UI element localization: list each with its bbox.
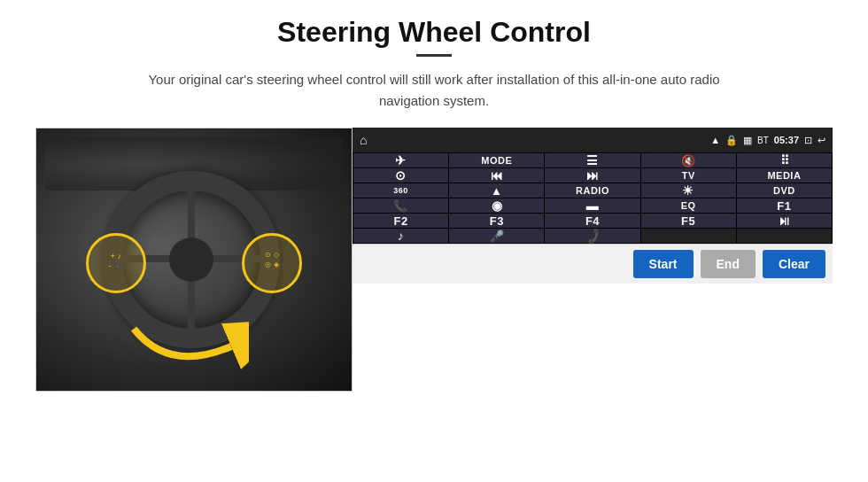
action-bar: Start End Clear (353, 244, 833, 284)
steering-wheel-image: + ♪- 📞 ⊙ ◇◎ ◈ (35, 128, 353, 392)
control-panel: ⌂ ▲ 🔒 ▦ BT 05:37 ⊡ ↩ ✈MODE☰🔇⠿⊙⏮⏭TVMEDIA3… (353, 128, 833, 284)
left-control-highlight: + ♪- 📞 (86, 233, 146, 293)
ctrl-btn-r4c4[interactable]: EQ (641, 198, 736, 213)
ctrl-btn-r5c4[interactable]: F5 (641, 214, 736, 228)
ctrl-btn-r3c5[interactable]: DVD (737, 183, 832, 198)
ctrl-btn-r6c2[interactable]: 🎤 (449, 229, 544, 243)
button-grid: ✈MODE☰🔇⠿⊙⏮⏭TVMEDIA360▲RADIO☀DVD📞◉▬EQF1F2… (353, 152, 833, 244)
clear-button[interactable]: Clear (763, 250, 825, 278)
ctrl-btn-r5c5[interactable]: ⏯ (737, 214, 832, 228)
start-button[interactable]: Start (633, 250, 694, 278)
home-icon[interactable]: ⌂ (360, 133, 367, 147)
status-bar: ⌂ ▲ 🔒 ▦ BT 05:37 ⊡ ↩ (353, 128, 833, 152)
ctrl-btn-r2c5[interactable]: MEDIA (737, 168, 832, 183)
ctrl-btn-r6c3[interactable]: 📞 (545, 229, 639, 243)
subtitle: Your original car's steering wheel contr… (124, 69, 744, 112)
ctrl-btn-r2c2[interactable]: ⏮ (449, 168, 544, 183)
sd-icon: ▦ (743, 135, 752, 146)
ctrl-btn-r1c5[interactable]: ⠿ (737, 153, 832, 167)
ctrl-btn-r5c2[interactable]: F3 (449, 214, 544, 228)
ctrl-btn-r5c1[interactable]: F2 (353, 214, 448, 228)
ctrl-btn-r4c1[interactable]: 📞 (353, 198, 448, 213)
lock-icon: 🔒 (725, 135, 738, 146)
status-time: 05:37 (774, 135, 799, 145)
direction-arrow (125, 302, 249, 382)
ctrl-btn-r3c2[interactable]: ▲ (449, 183, 544, 198)
ctrl-btn-r6c4 (641, 229, 736, 243)
wifi-icon: ▲ (710, 135, 720, 145)
ctrl-btn-r1c3[interactable]: ☰ (545, 153, 639, 167)
ctrl-btn-r2c1[interactable]: ⊙ (353, 168, 448, 183)
ctrl-btn-r1c1[interactable]: ✈ (353, 153, 448, 167)
bluetooth-icon: BT (757, 136, 769, 145)
end-button[interactable]: End (701, 250, 756, 278)
page-title: Steering Wheel Control (277, 16, 591, 49)
ctrl-btn-r6c5 (737, 229, 832, 243)
ctrl-btn-r2c4[interactable]: TV (641, 168, 736, 183)
ctrl-btn-r3c1[interactable]: 360 (353, 183, 448, 198)
title-divider (416, 54, 452, 57)
ctrl-btn-r5c3[interactable]: F4 (545, 214, 639, 228)
status-right: ▲ 🔒 ▦ BT 05:37 ⊡ ↩ (710, 135, 825, 146)
content-row: + ♪- 📞 ⊙ ◇◎ ◈ (35, 128, 833, 392)
ctrl-btn-r6c1[interactable]: ♪ (353, 229, 448, 243)
window-icon: ⊡ (804, 135, 812, 146)
page-container: Steering Wheel Control Your original car… (0, 0, 868, 482)
ctrl-btn-r1c2[interactable]: MODE (449, 153, 544, 167)
status-left: ⌂ (360, 133, 367, 147)
ctrl-btn-r2c3[interactable]: ⏭ (545, 168, 639, 183)
right-control-highlight: ⊙ ◇◎ ◈ (242, 233, 302, 293)
ctrl-btn-r4c2[interactable]: ◉ (449, 198, 544, 213)
back-icon: ↩ (818, 135, 825, 146)
ctrl-btn-r3c4[interactable]: ☀ (641, 183, 736, 198)
ctrl-btn-r1c4[interactable]: 🔇 (641, 153, 736, 167)
ctrl-btn-r3c3[interactable]: RADIO (545, 183, 639, 198)
ctrl-btn-r4c5[interactable]: F1 (737, 198, 832, 213)
ctrl-btn-r4c3[interactable]: ▬ (545, 198, 639, 213)
